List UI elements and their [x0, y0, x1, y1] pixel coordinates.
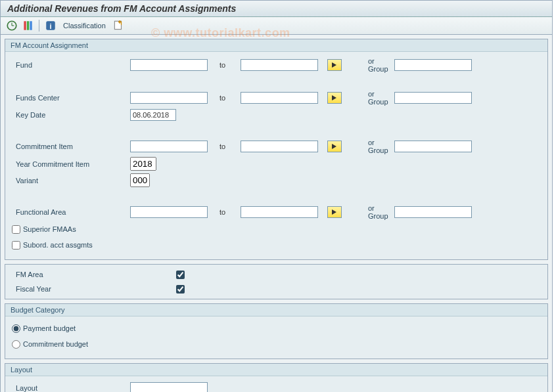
subord-acct-checkbox[interactable]	[12, 241, 20, 250]
payment-budget-label: Payment budget	[23, 324, 76, 332]
commitment-item-multiselect-button[interactable]	[327, 141, 342, 152]
superior-fmaas-checkbox[interactable]	[12, 225, 20, 234]
new-sheet-icon[interactable]	[112, 20, 124, 32]
orgroup-label: or Group	[342, 90, 394, 106]
commitment-item-from-input[interactable]	[130, 141, 208, 152]
fm-account-assignment-group: FM Account Assignment Fund to or Group	[5, 39, 548, 260]
layout-group: Layout Layout	[5, 363, 548, 392]
functional-area-multiselect-button[interactable]	[327, 206, 342, 218]
budget-category-group: Budget Category Payment budget Commitmen…	[5, 303, 548, 359]
commitment-item-group-input[interactable]	[394, 141, 472, 152]
to-label: to	[208, 208, 241, 216]
subord-acct-label: Subord. acct assgmts	[23, 241, 93, 249]
fund-label: Fund	[12, 61, 130, 69]
to-label: to	[208, 61, 241, 69]
budget-category-header: Budget Category	[5, 304, 547, 316]
fiscal-year-label: Fiscal Year	[12, 285, 176, 293]
layout-header: Layout	[5, 364, 547, 376]
fm-area-checkbox[interactable]	[176, 271, 185, 279]
funds-center-multiselect-button[interactable]	[327, 92, 342, 104]
funds-center-label: Funds Center	[12, 94, 130, 102]
fm-area-fiscal-group: FM Area Fiscal Year	[5, 264, 548, 299]
svg-text:i: i	[49, 22, 51, 30]
orgroup-label: or Group	[342, 139, 394, 154]
commitment-budget-label: Commitment budget	[23, 340, 88, 348]
classification-button[interactable]: Classification	[60, 22, 108, 30]
fund-group-input[interactable]	[394, 59, 472, 71]
superior-fmaas-label: Superior FMAAs	[23, 225, 76, 233]
key-date-input[interactable]	[130, 109, 176, 121]
variant-input[interactable]	[130, 173, 150, 187]
fund-to-input[interactable]	[241, 59, 318, 71]
fund-multiselect-button[interactable]	[327, 59, 342, 71]
commitment-budget-radio[interactable]	[12, 340, 20, 349]
svg-rect-5	[30, 21, 32, 30]
svg-rect-3	[24, 21, 26, 30]
svg-rect-4	[27, 21, 29, 30]
execute-icon[interactable]	[6, 20, 18, 32]
commitment-item-to-input[interactable]	[241, 141, 318, 152]
functional-area-group-input[interactable]	[394, 206, 472, 218]
key-date-label: Key Date	[12, 111, 130, 119]
year-commitment-item-label: Year Commitment Item	[12, 160, 130, 168]
fm-area-label: FM Area	[12, 271, 176, 278]
functional-area-from-input[interactable]	[130, 206, 208, 218]
commitment-item-label: Commitment Item	[12, 142, 130, 150]
year-commitment-item-input[interactable]	[130, 157, 156, 171]
to-label: to	[208, 94, 241, 102]
fm-group-header: FM Account Assignment	[5, 39, 547, 52]
funds-center-to-input[interactable]	[241, 92, 318, 104]
fund-from-input[interactable]	[130, 59, 208, 71]
to-label: to	[208, 142, 241, 150]
variant-label: Variant	[12, 177, 130, 185]
orgroup-label: or Group	[342, 204, 394, 220]
toolbar: i Classification	[1, 17, 552, 35]
info-icon[interactable]: i	[45, 20, 57, 32]
page-title: Additional Revenues from FM Account Assi…	[1, 1, 552, 17]
toolbar-separator	[39, 20, 39, 32]
orgroup-label: or Group	[342, 57, 394, 73]
funds-center-from-input[interactable]	[130, 92, 208, 104]
layout-input[interactable]	[130, 382, 208, 392]
functional-area-to-input[interactable]	[241, 206, 318, 218]
variant-icon[interactable]	[22, 20, 34, 32]
payment-budget-radio[interactable]	[12, 324, 20, 333]
layout-label: Layout	[12, 384, 130, 392]
funds-center-group-input[interactable]	[394, 92, 472, 104]
functional-area-label: Functional Area	[12, 208, 130, 216]
fiscal-year-checkbox[interactable]	[176, 285, 185, 294]
